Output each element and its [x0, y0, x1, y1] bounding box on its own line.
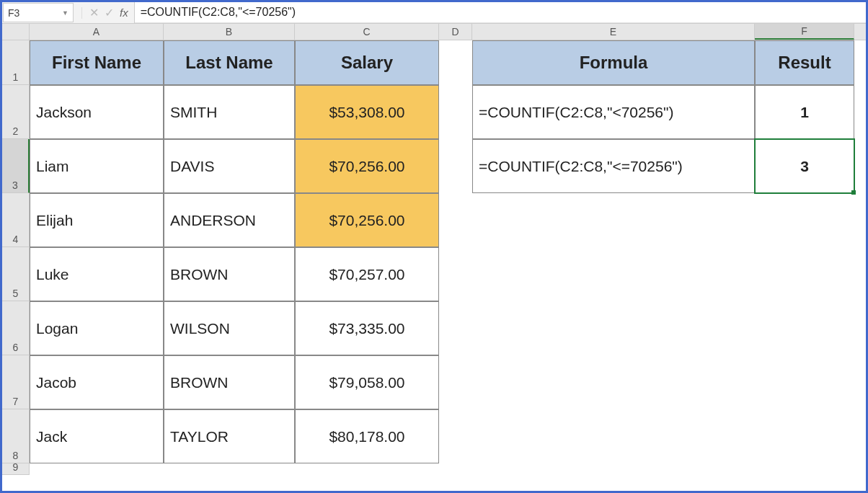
fx-label[interactable]: fx: [120, 6, 128, 19]
cell-a6[interactable]: Logan: [30, 301, 164, 355]
cell-f3[interactable]: 3: [755, 139, 854, 193]
cell-b4[interactable]: ANDERSON: [164, 193, 295, 247]
cell-f1[interactable]: Result: [755, 40, 854, 85]
cell-b5[interactable]: BROWN: [164, 247, 295, 301]
cell-b2[interactable]: SMITH: [164, 85, 295, 139]
formula-bar: F3 ▼ ✕ ✓ fx =COUNTIF(C2:C8,"<=70256"): [2, 2, 866, 24]
cell-c7[interactable]: $79,058.00: [295, 355, 439, 409]
enter-icon[interactable]: ✓: [105, 6, 114, 19]
row-header-8[interactable]: 8: [2, 409, 30, 463]
cell-a3[interactable]: Liam: [30, 139, 164, 193]
col-header-d[interactable]: D: [439, 24, 472, 40]
name-box-value: F3: [8, 7, 19, 19]
column-headers: A B C D E F: [2, 24, 866, 40]
cell-a1[interactable]: First Name: [30, 40, 164, 85]
col-header-b[interactable]: B: [164, 24, 295, 40]
formula-input[interactable]: =COUNTIF(C2:C8,"<=70256"): [135, 2, 866, 23]
cell-c8[interactable]: $80,178.00: [295, 409, 439, 463]
cell-c3[interactable]: $70,256.00: [295, 139, 439, 193]
spreadsheet-grid[interactable]: A B C D E F 1 2 3 4 5 6 7 8 9 First Name…: [2, 24, 866, 491]
row-header-1[interactable]: 1: [2, 40, 30, 85]
row-header-9[interactable]: 9: [2, 463, 30, 475]
cell-a7[interactable]: Jacob: [30, 355, 164, 409]
row-header-3[interactable]: 3: [2, 139, 30, 193]
cell-b6[interactable]: WILSON: [164, 301, 295, 355]
col-header-e[interactable]: E: [472, 24, 755, 40]
formula-text: =COUNTIF(C2:C8,"<=70256"): [141, 6, 296, 19]
cell-b7[interactable]: BROWN: [164, 355, 295, 409]
cell-a2[interactable]: Jackson: [30, 85, 164, 139]
dropdown-icon[interactable]: ▼: [62, 9, 68, 17]
cell-e2[interactable]: =COUNTIF(C2:C8,"<70256"): [472, 85, 755, 139]
row-header-2[interactable]: 2: [2, 85, 30, 139]
formula-controls: ✕ ✓ fx: [74, 2, 135, 23]
cell-e3[interactable]: =COUNTIF(C2:C8,"<=70256"): [472, 139, 755, 193]
cell-a8[interactable]: Jack: [30, 409, 164, 463]
cell-c4[interactable]: $70,256.00: [295, 193, 439, 247]
cancel-icon[interactable]: ✕: [89, 6, 99, 19]
row-header-7[interactable]: 7: [2, 355, 30, 409]
cell-c5[interactable]: $70,257.00: [295, 247, 439, 301]
cell-c6[interactable]: $73,335.00: [295, 301, 439, 355]
cell-e1[interactable]: Formula: [472, 40, 755, 85]
cell-b3[interactable]: DAVIS: [164, 139, 295, 193]
cell-c1[interactable]: Salary: [295, 40, 439, 85]
cell-c2[interactable]: $53,308.00: [295, 85, 439, 139]
cell-a5[interactable]: Luke: [30, 247, 164, 301]
col-header-c[interactable]: C: [295, 24, 439, 40]
cell-f2[interactable]: 1: [755, 85, 854, 139]
row-header-4[interactable]: 4: [2, 193, 30, 247]
cells-area: First Name Last Name Salary Formula Resu…: [30, 40, 866, 491]
row-header-5[interactable]: 5: [2, 247, 30, 301]
row-header-6[interactable]: 6: [2, 301, 30, 355]
name-box[interactable]: F3 ▼: [3, 3, 74, 22]
col-header-a[interactable]: A: [30, 24, 164, 40]
col-header-f[interactable]: F: [755, 24, 854, 40]
cell-b8[interactable]: TAYLOR: [164, 409, 295, 463]
row-headers: 1 2 3 4 5 6 7 8 9: [2, 40, 30, 475]
cell-b1[interactable]: Last Name: [164, 40, 295, 85]
select-all-corner[interactable]: [2, 24, 30, 40]
cell-a4[interactable]: Elijah: [30, 193, 164, 247]
divider: [81, 7, 82, 19]
